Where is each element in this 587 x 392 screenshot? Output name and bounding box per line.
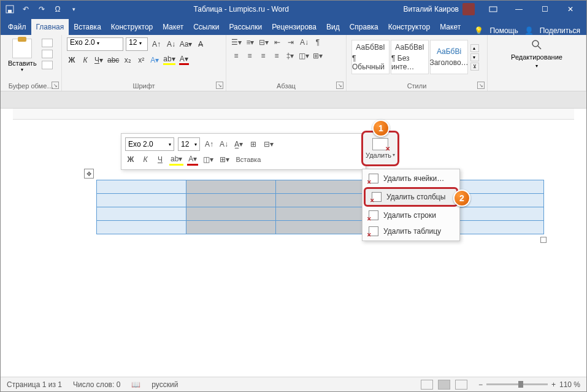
zoom-slider[interactable] — [486, 383, 548, 385]
user-account[interactable]: Виталий Каиров — [403, 3, 475, 15]
styles-more-icon[interactable]: ⊻ — [470, 63, 479, 71]
borders-icon[interactable]: ⊞▾ — [313, 51, 323, 61]
mini-shading-icon[interactable]: ◫▾ — [202, 153, 215, 166]
underline-icon[interactable]: Ч▾ — [94, 56, 104, 64]
zoom-in-icon[interactable]: + — [551, 380, 556, 389]
font-size-combo[interactable]: 12 ▾ — [126, 37, 148, 51]
tell-me[interactable]: Помощь — [489, 26, 518, 35]
mini-size-combo[interactable]: 12▾ — [178, 137, 200, 151]
qat-more-icon[interactable]: ▾ — [68, 4, 79, 15]
table-row[interactable] — [97, 207, 544, 221]
dialog-launcher-icon[interactable]: ↘ — [477, 82, 485, 89]
decrease-indent-icon[interactable]: ⇤ — [272, 37, 282, 47]
align-left-icon[interactable]: ≡ — [231, 51, 241, 61]
subscript-icon[interactable]: x₂ — [123, 56, 132, 64]
shrink-font-icon[interactable]: A↓ — [165, 38, 177, 50]
paste-button[interactable]: Вставить ▾ — [6, 37, 39, 74]
word-count[interactable]: Число слов: 0 — [73, 380, 120, 389]
omega-icon[interactable]: Ω — [52, 4, 63, 15]
zoom-out-icon[interactable]: − — [478, 380, 483, 389]
mini-grow-icon[interactable]: A↑ — [204, 138, 215, 150]
document-table[interactable]: ✥ — [96, 180, 544, 234]
mini-align-icon[interactable]: ⊟▾ — [263, 138, 275, 150]
close-icon[interactable]: ✕ — [558, 1, 583, 18]
spellcheck-icon[interactable]: 📖 — [131, 380, 140, 389]
bold-icon[interactable]: Ж — [67, 56, 77, 64]
bullets-icon[interactable]: ☰▾ — [231, 37, 242, 47]
editing-label[interactable]: Редактирование — [511, 53, 562, 61]
table-row[interactable] — [97, 194, 544, 207]
web-layout-icon[interactable] — [455, 380, 467, 390]
menu-delete-columns[interactable]: Удалить столбцы — [364, 187, 458, 207]
share-button[interactable]: Поделиться — [540, 26, 580, 35]
zoom-level[interactable]: 110 % — [559, 380, 580, 389]
minimize-icon[interactable]: — — [507, 1, 531, 18]
align-center-icon[interactable]: ≡ — [245, 51, 255, 61]
justify-icon[interactable]: ≡ — [272, 51, 282, 61]
menu-delete-cells[interactable]: Удалить ячейки… — [363, 171, 459, 186]
text-effects-icon[interactable]: A▾ — [150, 56, 159, 64]
horizontal-ruler[interactable] — [13, 109, 574, 120]
styles-down-icon[interactable]: ▾ — [470, 53, 479, 61]
mini-highlight-icon[interactable]: ab▾ — [169, 153, 183, 166]
tab-table-layout[interactable]: Макет — [435, 19, 466, 35]
tab-design[interactable]: Конструктор — [106, 19, 158, 35]
mini-italic-icon[interactable]: К — [140, 153, 151, 166]
table-resize-handle[interactable] — [540, 237, 547, 243]
tab-table-design[interactable]: Конструктор — [383, 19, 435, 35]
sort-icon[interactable]: A↓ — [299, 37, 309, 47]
mini-insert-button[interactable]: Вставка — [234, 153, 262, 166]
mini-shrink-icon[interactable]: A↓ — [218, 138, 229, 150]
maximize-icon[interactable]: ☐ — [532, 1, 557, 18]
grow-font-icon[interactable]: A↑ — [150, 38, 163, 50]
save-icon[interactable] — [4, 4, 15, 15]
mini-borders-icon[interactable]: ⊞▾ — [218, 153, 231, 166]
tab-layout[interactable]: Макет — [158, 19, 188, 35]
tab-file[interactable]: Файл — [3, 19, 31, 35]
table-move-handle[interactable]: ✥ — [84, 169, 94, 179]
styles-up-icon[interactable]: ▴ — [470, 44, 479, 52]
find-icon[interactable] — [531, 39, 543, 51]
font-name-combo[interactable]: Exo 2.0 ▾ — [67, 37, 123, 51]
style-heading1[interactable]: АаБбВіЗаголово… — [430, 40, 468, 74]
mini-table-icon[interactable]: ⊞ — [248, 138, 259, 150]
format-painter-icon[interactable] — [42, 61, 53, 69]
read-mode-icon[interactable] — [421, 380, 433, 390]
cut-icon[interactable] — [42, 39, 53, 47]
change-case-icon[interactable]: Aa▾ — [180, 38, 192, 50]
pilcrow-icon[interactable]: ¶ — [313, 37, 323, 47]
mini-fontcolor-icon[interactable]: A▾ — [187, 153, 198, 166]
numbering-icon[interactable]: ≡▾ — [245, 37, 255, 47]
menu-delete-table[interactable]: Удалить таблицу — [363, 223, 459, 239]
undo-icon[interactable]: ↶ — [20, 4, 31, 15]
print-layout-icon[interactable] — [438, 380, 450, 390]
mini-font-combo[interactable]: Exo 2.0▾ — [125, 137, 174, 151]
align-right-icon[interactable]: ≡ — [258, 51, 268, 61]
increase-indent-icon[interactable]: ⇥ — [286, 37, 296, 47]
font-color-icon[interactable]: A▾ — [179, 55, 189, 65]
mini-bold-icon[interactable]: Ж — [125, 153, 136, 166]
mini-styles-icon[interactable]: A̲▾ — [233, 138, 244, 150]
page-indicator[interactable]: Страница 1 из 1 — [7, 380, 62, 389]
tab-help[interactable]: Справка — [345, 19, 383, 35]
language-indicator[interactable]: русский — [152, 380, 178, 389]
tab-mailings[interactable]: Рассылки — [224, 19, 267, 35]
shading-icon[interactable]: ◫▾ — [299, 51, 309, 61]
dialog-launcher-icon[interactable]: ↘ — [336, 82, 343, 89]
style-normal[interactable]: АаБбВвІ¶ Обычный — [351, 40, 389, 74]
multilevel-icon[interactable]: ⊟▾ — [259, 37, 269, 47]
dialog-launcher-icon[interactable]: ↘ — [52, 82, 59, 89]
highlight-icon[interactable]: ab▾ — [163, 55, 175, 65]
line-spacing-icon[interactable]: ‡▾ — [285, 51, 295, 61]
italic-icon[interactable]: К — [80, 56, 90, 64]
strike-icon[interactable]: abc — [107, 56, 119, 64]
copy-icon[interactable] — [42, 50, 53, 58]
tab-references[interactable]: Ссылки — [188, 19, 224, 35]
ribbon-display-icon[interactable] — [481, 1, 505, 18]
redo-icon[interactable]: ↷ — [36, 4, 47, 15]
tab-home[interactable]: Главная — [31, 19, 69, 35]
dialog-launcher-icon[interactable]: ↘ — [216, 82, 223, 89]
table-row[interactable] — [97, 180, 544, 194]
mini-underline-icon[interactable]: Ч — [155, 153, 166, 166]
clear-format-icon[interactable]: A̶ — [194, 38, 207, 50]
